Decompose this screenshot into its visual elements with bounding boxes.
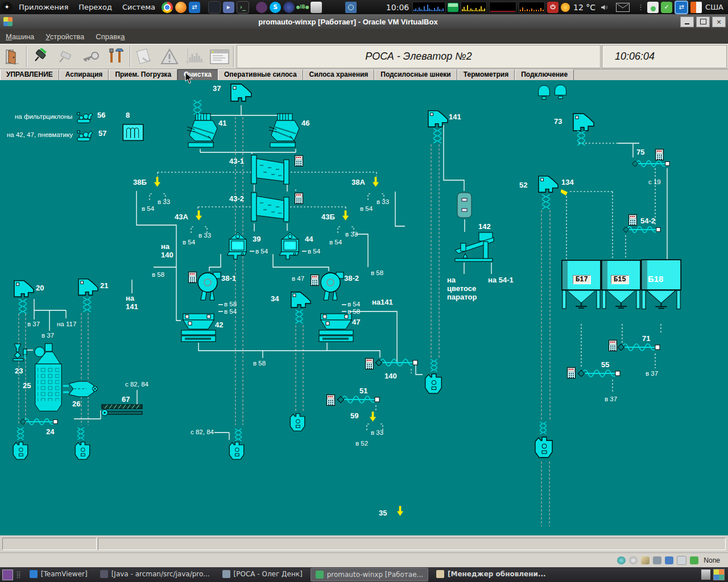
scada-status-bar [0,535,728,552]
taskbar-item-1[interactable]: [Java - arcman/src/java/pro... [96,568,214,580]
terminal-icon[interactable]: ›_ [237,1,249,14]
settings-button[interactable] [104,44,129,69]
vm-audio-icon[interactable] [641,556,650,564]
harddrive-icon[interactable] [311,2,322,13]
warning-triangle-icon [160,48,179,66]
taskbar-item-label: [РОСА - Олег Денк] [234,570,303,578]
taskbar-item-icon [436,570,444,578]
host-taskbar: ⣿ [TeamViewer][Java - arcman/src/java/pr… [0,567,728,582]
vbox-titlebar[interactable]: promauto-winxp [Работает] - Oracle VM Vi… [0,14,728,29]
scada-toolbar: РОСА - Элеватор №2 10:06:04 [0,44,728,69]
pidgin-icon[interactable] [256,2,267,13]
dictionary-icon[interactable] [690,2,702,13]
minimize-button[interactable] [680,16,694,27]
distro-logo-icon[interactable]: ✦ [1,2,13,13]
taskbar-item-label: [Менеджер обновлени... [448,570,546,578]
histogram-icon [184,47,205,66]
key-button[interactable] [78,44,104,69]
skype-icon[interactable]: S [270,2,281,13]
host-menu-1[interactable]: Переход [73,3,117,11]
scada-clock: 10:06:04 [602,45,727,68]
taskbar-item-label: [TeamViewer] [41,570,88,578]
power-button-icon[interactable]: ⏻ [547,2,559,13]
vbox-window-icon [3,17,13,26]
vm-display-icon[interactable] [690,556,698,564]
close-button[interactable]: × [712,16,726,27]
mimic-diagram-background [0,80,728,535]
key-icon [81,48,101,65]
tab-Термометрия[interactable]: Термометрия [457,69,515,80]
tab-УПРАВЛЕНИЕ[interactable]: УПРАВЛЕНИЕ [0,69,59,80]
teamviewer-icon[interactable]: ⇄ [189,2,200,13]
vbox-menu-devices[interactable]: Устройства [40,32,90,41]
keyboard-layout-label[interactable]: США [705,3,723,11]
connect-button[interactable] [28,44,53,69]
taskbar-item-icon [316,571,324,579]
evernote-check-icon[interactable]: ✓ [661,2,672,13]
taskbar-item-0[interactable]: [TeamViewer] [25,568,92,580]
vm-network-icon[interactable] [653,556,661,564]
chrome-icon[interactable] [162,2,173,13]
vm-hostkey-label: None [704,556,720,564]
scada-tab-bar: УПРАВЛЕНИЕАспирацияПрием. ПогрузкаОчистк… [0,69,728,80]
net-graph-icon[interactable] [461,2,487,13]
disk-graph-icon[interactable] [489,2,516,13]
taskbar-item-3[interactable]: promauto-winxp [Работае... [311,568,428,581]
vm-cd-icon[interactable] [629,556,638,564]
vbox-status-bar: None [0,552,728,567]
vbox-window-title: promauto-winxp [Работает] - Oracle VM Vi… [16,18,680,26]
temperature-label[interactable]: 12 °C [573,3,595,12]
disconnect-button[interactable] [53,44,78,69]
tray-handle-icon[interactable]: ⋮ [637,3,644,11]
report-hand-button[interactable] [132,44,157,69]
taskbar-handle[interactable]: ⣿ [16,571,21,579]
vbox-menu-help[interactable]: Справка [90,32,130,41]
battery-indicator[interactable] [448,3,458,12]
host-top-panel: ✦ ПриложенияПереходСистема ⇄ ▸ ›_ S ●IB●… [0,0,728,14]
firefox-icon[interactable] [175,2,187,13]
tab-Подключение[interactable]: Подключение [515,69,574,80]
vm-usb-icon[interactable] [665,556,673,564]
mail-icon[interactable] [616,3,630,12]
window-list-icon[interactable] [2,569,13,580]
scada-screen-title: РОСА - Элеватор №2 [237,45,601,68]
report-table-icon [209,48,230,65]
trends-button[interactable] [182,44,207,69]
vbox-menu-machine[interactable]: Машина [0,32,40,41]
cpu-graph-icon[interactable] [412,2,445,13]
journal-button[interactable] [207,44,232,69]
taskbar-item-2[interactable]: [РОСА - Олег Денк] [218,568,307,580]
tab-Прием. Погрузка[interactable]: Прием. Погрузка [109,69,177,80]
plug-disconnected-icon [57,48,75,65]
status-cell-left [2,538,97,550]
vm-harddisk-icon[interactable] [617,556,626,564]
remote-screen-icon[interactable]: ▸ [223,2,234,13]
alarms-button[interactable] [157,44,182,69]
host-menu-2[interactable]: Система [117,3,160,11]
host-clock[interactable]: 10:06 [386,3,409,12]
taskbar-item-4[interactable]: [Менеджер обновлени... [432,568,551,580]
chat-tray-icon[interactable] [647,2,659,13]
status-cell-right [98,538,726,550]
plug-connected-icon [32,48,50,65]
app-icon-dark[interactable] [208,1,221,14]
io-graph-icon[interactable] [519,2,545,13]
tab-Оперативные силоса[interactable]: Оперативные силоса [218,69,303,80]
vm-sharedfolders-icon[interactable] [677,556,686,565]
eclipse-icon[interactable] [283,2,295,13]
exit-button[interactable] [0,44,25,69]
maximize-button[interactable] [696,16,710,27]
taskbar-item-icon [30,570,38,578]
tab-Очистка[interactable]: Очистка [177,69,218,80]
tab-Аспирация[interactable]: Аспирация [59,69,109,80]
tab-Силоса хранения[interactable]: Силоса хранения [303,69,375,80]
tab-Подсилосные шнеки[interactable]: Подсилосные шнеки [374,69,457,80]
tray-app-icon-1[interactable] [701,569,710,580]
teamviewer-tray-icon[interactable]: ⇄ [675,1,688,14]
volume-icon[interactable] [600,2,608,13]
flag-icon[interactable] [345,2,357,13]
tray-app-icon-2[interactable] [713,569,725,580]
ib-monitor-icon[interactable]: ●IB● [297,2,308,13]
taskbar-item-label: [Java - arcman/src/java/pro... [111,570,210,578]
host-menu-0[interactable]: Приложения [14,3,73,11]
